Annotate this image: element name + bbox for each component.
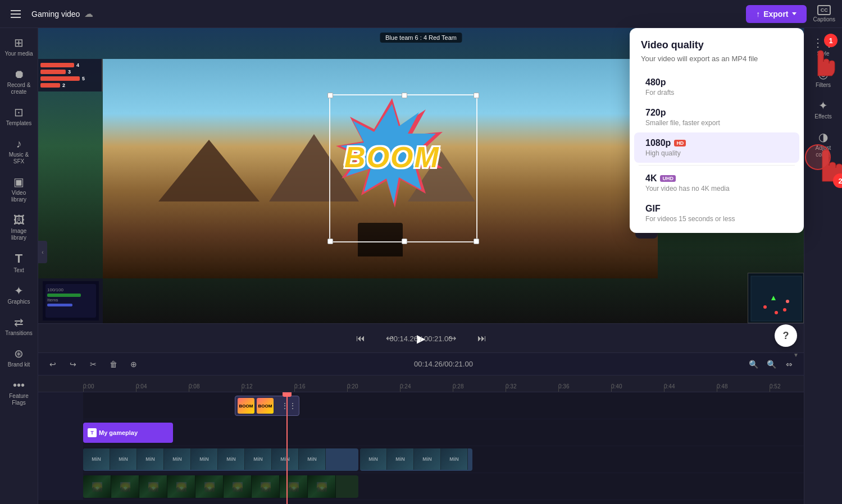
quality-gif-header: GIF xyxy=(645,204,661,214)
quality-1080p-header: 1080p HD xyxy=(645,138,686,148)
timeline-tracks: BOOM BOOM ⋮⋮ T xyxy=(38,392,804,504)
timeline-area: ↩ ↪ ✂ 🗑 ⊕ 00:14.26 / 00:21.00 🔍 🔍 ⇔ xyxy=(38,352,804,504)
track-content-gameplay: T My gameplay xyxy=(83,419,804,446)
boom-clip-inner: BOOM BOOM ⋮⋮ xyxy=(235,398,276,414)
sidebar-item-style[interactable]: ⋮⋮ Style xyxy=(807,33,840,62)
zoom-out-button[interactable]: 🔍 xyxy=(745,356,761,372)
video-frame-9: MiN xyxy=(299,448,326,470)
brand-icon: ⊛ xyxy=(14,348,24,359)
video-frame-2b: MiN xyxy=(387,448,414,470)
sidebar-item-adjust-colors[interactable]: ◑ Adjust colors xyxy=(807,127,840,163)
boom-clip[interactable]: BOOM BOOM ⋮⋮ xyxy=(235,396,299,416)
scroll-arrow[interactable]: ▼ xyxy=(791,350,800,359)
quality-720p-header: 720p xyxy=(645,108,666,118)
gameplay-clip[interactable]: T My gameplay xyxy=(83,423,173,443)
delete-button[interactable]: 🗑 xyxy=(106,356,121,372)
video-frame-1: MiN xyxy=(83,448,110,470)
boom-thumb-2: BOOM xyxy=(257,398,274,414)
quality-dropdown[interactable]: Video quality Your video will export as … xyxy=(630,28,804,233)
ruler-44: 0:44 xyxy=(664,383,717,390)
track-content-video1: MiN MiN MiN MiN MiN MiN MiN MiN MiN xyxy=(83,446,804,473)
ruler-12: 0:12 xyxy=(242,383,294,390)
export-upload-icon: ↑ xyxy=(756,10,760,19)
add-button[interactable]: ⊕ xyxy=(126,356,142,372)
quality-option-480p[interactable]: 480p For drafts xyxy=(634,72,799,102)
cc-icon: CC xyxy=(817,5,831,15)
quality-480p-res: 480p xyxy=(645,77,666,88)
video2-frame-8: 🌄 xyxy=(280,475,308,498)
redo-button[interactable]: ↪ xyxy=(65,356,81,372)
quality-option-1080p[interactable]: 1080p HD High quality xyxy=(634,132,799,163)
help-button[interactable]: ? xyxy=(775,324,797,347)
sidebar-item-feature-flags[interactable]: ••• Feature Flags xyxy=(2,375,36,411)
captions-label: Captions xyxy=(813,16,835,22)
ruler-8: 0:08 xyxy=(189,383,242,390)
sidebar-item-image-library[interactable]: 🖼 Image library xyxy=(2,210,36,246)
skip-forward-button[interactable]: ⏭ xyxy=(473,329,491,347)
track-label-gameplay xyxy=(38,419,83,446)
video-scoreboard: 4 3 5 2 xyxy=(38,59,103,91)
boom-graphic-container[interactable]: BOOM xyxy=(330,95,454,219)
video2-frame-2: 🌄 xyxy=(111,475,139,498)
play-pause-button[interactable]: ▶ xyxy=(410,327,433,350)
export-button[interactable]: ↑ Export xyxy=(746,5,806,23)
topbar-right: ↑ Export CC Captions xyxy=(746,5,835,23)
sidebar-item-brand-kit[interactable]: ⊛ Brand kit xyxy=(2,343,36,373)
boom-thumb-1: BOOM xyxy=(238,398,254,414)
score-bar-2 xyxy=(40,70,66,74)
hamburger-menu[interactable] xyxy=(7,5,25,23)
sidebar-collapse-button[interactable]: ‹ xyxy=(38,241,47,263)
sidebar-item-music-sfx[interactable]: ♪ Music & SFX xyxy=(2,134,36,169)
video-strip-2[interactable]: 🌄 🌄 🌄 🌄 🌄 🌄 🌄 🌄 🌄 xyxy=(83,475,358,498)
forward-5-button[interactable]: ↪ xyxy=(444,329,462,347)
export-dropdown-arrow xyxy=(792,12,797,15)
quality-gif-desc: For videos 15 seconds or less xyxy=(645,215,735,223)
quality-option-4k[interactable]: 4K UHD Your video has no 4K media xyxy=(634,168,799,198)
quality-option-720p[interactable]: 720p Smaller file, faster export xyxy=(634,102,799,132)
replay-5-button[interactable]: ↩ xyxy=(381,329,399,347)
ruler-0: 0:00 xyxy=(83,383,136,390)
zoom-in-button[interactable]: 🔍 xyxy=(763,356,779,372)
sidebar-item-transitions[interactable]: ⇄ Transitions xyxy=(2,312,36,341)
playback-controls: ⏮ ↩ ▶ ↪ ⏭ 00:14.26 / 00:21.00 ⤢ xyxy=(38,323,804,352)
score-num-3: 5 xyxy=(82,76,85,81)
ruler-52: 0:52 xyxy=(770,383,804,390)
ruler-28: 0:28 xyxy=(453,383,506,390)
sidebar-item-your-media[interactable]: ⊞ Your media xyxy=(2,33,36,62)
quality-option-gif[interactable]: GIF For videos 15 seconds or less xyxy=(634,198,799,228)
svg-point-10 xyxy=(763,305,767,309)
video-strip-1[interactable]: MiN MiN MiN MiN MiN MiN MiN MiN MiN xyxy=(83,448,358,471)
video-frame-3b: MiN xyxy=(414,448,441,470)
captions-button[interactable]: CC Captions xyxy=(813,5,835,22)
hud-score-display: Blue team 6 : 4 Red Team xyxy=(380,33,462,43)
skip-back-button[interactable]: ⏮ xyxy=(352,329,370,347)
sidebar-item-effects[interactable]: ✦ Effects xyxy=(807,95,840,125)
sidebar-item-record-create[interactable]: ⏺ Record &create xyxy=(2,64,36,100)
record-icon: ⏺ xyxy=(13,68,25,80)
ruler-40: 0:40 xyxy=(611,383,664,390)
tl-total-time: 00:21.00 xyxy=(444,360,473,368)
svg-text:Items: Items xyxy=(47,297,58,303)
sidebar-item-text[interactable]: T Text xyxy=(2,248,36,278)
templates-icon: ⊡ xyxy=(14,107,24,118)
track-row-video1: MiN MiN MiN MiN MiN MiN MiN MiN MiN xyxy=(38,446,804,473)
sidebar-item-graphics[interactable]: ✦ Graphics xyxy=(2,281,36,310)
quality-1080p-desc: High quality xyxy=(645,149,681,157)
quality-4k-badge: UHD xyxy=(660,175,676,182)
quality-dropdown-header: Video quality Your video will export as … xyxy=(630,39,804,72)
quality-480p-header: 480p xyxy=(645,77,666,88)
topbar: Gaming video ☁ ↑ Export CC Captions xyxy=(0,0,842,28)
sidebar-label-templates: Templates xyxy=(6,120,32,127)
cut-button[interactable]: ✂ xyxy=(85,356,101,372)
minimap-svg xyxy=(748,273,804,323)
video-strip-1b[interactable]: MiN MiN MiN MiN xyxy=(360,448,472,471)
sidebar-item-filters[interactable]: ◎ Filters xyxy=(807,64,840,93)
sidebar-item-templates[interactable]: ⊡ Templates xyxy=(2,102,36,131)
clip-drag-handle[interactable]: ⋮⋮ xyxy=(281,401,297,410)
quality-1080p-res: 1080p xyxy=(645,138,671,148)
video2-frame-3: 🌄 xyxy=(139,475,167,498)
sidebar-label-filters: Filters xyxy=(816,82,831,89)
undo-button[interactable]: ↩ xyxy=(45,356,61,372)
svg-rect-20 xyxy=(47,304,72,306)
sidebar-item-video-library[interactable]: ▣ Video library xyxy=(2,172,36,208)
